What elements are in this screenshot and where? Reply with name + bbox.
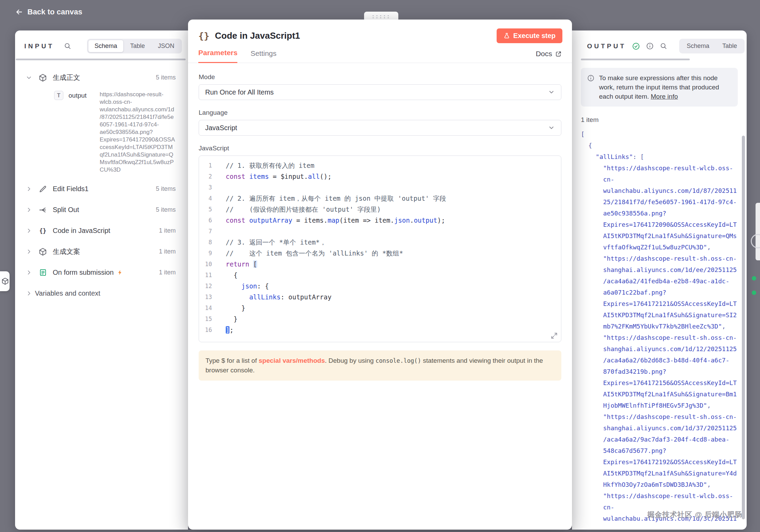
node-editor-tabs: Parameters Settings Docs <box>188 49 572 63</box>
parameters-body: Mode Run Once for All Items Language Jav… <box>188 63 572 381</box>
cube-icon <box>38 247 47 256</box>
input-node-label: Edit Fields1 <box>53 185 89 193</box>
cube-icon <box>38 73 47 82</box>
input-node-row[interactable]: On form submission1 item <box>26 262 176 283</box>
chevron-right-icon[interactable] <box>26 228 33 234</box>
line-number: 7 <box>199 226 217 237</box>
chevron-right-icon[interactable] <box>26 207 33 213</box>
execute-step-label: Execute step <box>513 32 556 40</box>
schema-field-row[interactable]: Toutputhttps://dashscope-result-wlcb.oss… <box>26 88 176 178</box>
chevron-right-icon[interactable] <box>26 290 33 296</box>
input-horizontal-scrollbar[interactable] <box>16 59 186 60</box>
code-token: all <box>308 173 320 180</box>
output-info-callout: To make sure expressions after this node… <box>581 68 738 107</box>
code-line: ]; <box>226 324 561 335</box>
info-icon <box>587 74 595 101</box>
code-token: = $input. <box>269 173 308 180</box>
tab-settings[interactable]: Settings <box>250 49 276 63</box>
mode-select[interactable]: Run Once for All Items <box>199 84 561 100</box>
info-icon[interactable] <box>646 42 654 50</box>
json-array-open: : [ <box>633 153 644 160</box>
tab-parameters[interactable]: Parameters <box>198 49 237 63</box>
code-node-icon: {} <box>198 30 210 41</box>
tab-input-schema[interactable]: Schema <box>88 40 124 52</box>
docs-link[interactable]: Docs <box>536 50 562 63</box>
split-icon <box>38 206 47 214</box>
line-number: 13 <box>199 292 217 302</box>
braces-icon: {} <box>38 226 47 235</box>
code-token: [ <box>253 260 257 268</box>
code-token: } <box>226 315 237 323</box>
input-node-label: 生成文案 <box>53 247 80 256</box>
input-node-row[interactable]: Edit Fields15 items <box>26 178 176 199</box>
input-node-row[interactable]: 生成文案1 item <box>26 241 176 262</box>
drag-dots-icon <box>371 15 391 19</box>
flask-icon <box>503 33 510 39</box>
back-arrow-icon <box>15 8 23 16</box>
code-token: outputArray <box>249 216 292 224</box>
output-vertical-scrollbar[interactable] <box>742 136 745 519</box>
tab-output-table[interactable]: Table <box>716 40 744 52</box>
input-node-row[interactable]: 生成正文5 items <box>26 67 176 88</box>
code-editor[interactable]: 12345678910111213141516 // 1. 获取所有传入的 it… <box>199 156 561 342</box>
code-line: } <box>226 313 561 324</box>
callout-text: To make sure expressions after this node… <box>599 73 732 101</box>
chevron-down-icon[interactable] <box>26 75 33 81</box>
tab-output-schema[interactable]: Schema <box>680 40 716 52</box>
output-horizontal-scrollbar[interactable] <box>581 59 690 60</box>
chevron-down-icon <box>548 89 555 96</box>
more-info-link[interactable]: More info <box>651 93 678 100</box>
input-node-row[interactable]: Split Out5 items <box>26 199 176 220</box>
code-line: // 1. 获取所有传入的 item <box>226 160 561 171</box>
chevron-down-icon <box>548 124 555 131</box>
field-value: https://dashscope-result-wlcb.oss-cn-wul… <box>100 91 176 174</box>
chevron-right-icon[interactable] <box>26 270 33 275</box>
line-number: 11 <box>199 270 217 281</box>
json-string-value: "https://dashscope-result-sh.oss-cn-shan… <box>603 413 737 488</box>
code-area: // 1. 获取所有传入的 itemconst items = $input.a… <box>217 156 561 335</box>
search-icon[interactable] <box>64 42 72 50</box>
expand-editor-icon[interactable] <box>551 332 558 339</box>
code-line: return [ <box>226 259 561 270</box>
input-panel: INPUT Schema Table JSON 生成正文5 itemsToutp… <box>15 30 188 530</box>
chevron-right-icon[interactable] <box>26 186 33 192</box>
back-to-canvas-link[interactable]: Back to canvas <box>15 8 82 16</box>
tab-input-table[interactable]: Table <box>124 40 151 52</box>
editor-hint: Type $ for a list of special vars/method… <box>199 350 561 381</box>
json-comma: , <box>722 323 726 330</box>
code-line <box>226 182 561 193</box>
language-label: Language <box>199 109 561 116</box>
item-count: 1 item <box>159 269 176 276</box>
node-editor-modal: {} Code in JavaScript1 Execute step Para… <box>188 20 572 530</box>
output-panel-header: OUTPUT Schema Table <box>572 30 747 58</box>
canvas-green-dot <box>752 290 756 295</box>
language-select[interactable]: JavaScript <box>199 120 561 136</box>
line-number: 8 <box>199 237 217 248</box>
execute-step-button[interactable]: Execute step <box>497 28 562 43</box>
json-string-value: "https://dashscope-result-wlcb.oss-cn-wu… <box>603 164 737 251</box>
search-icon[interactable] <box>660 42 668 50</box>
tab-input-json[interactable]: JSON <box>151 40 181 52</box>
json-string: "https://dashscope-result-sh.oss-cn-shan… <box>603 253 738 332</box>
input-node-label: 生成正文 <box>53 73 80 82</box>
code-token: allLinks <box>249 293 281 301</box>
line-number: 5 <box>199 204 217 215</box>
chevron-right-icon[interactable] <box>26 249 33 255</box>
code-token <box>249 260 253 268</box>
line-number: 1 <box>199 160 217 171</box>
json-line: "allLinks": [ <box>596 151 738 162</box>
code-token: const <box>226 216 245 224</box>
code-line: // 这个 item 包含一个名为 'allLinks' 的 *数组* <box>226 248 561 259</box>
input-panel-title: INPUT <box>24 42 54 50</box>
json-line: [ <box>581 128 738 140</box>
item-count: 5 items <box>156 185 176 193</box>
code-line: json: { <box>226 281 561 292</box>
code-token <box>226 293 249 301</box>
code-line: // (假设你的图片链接都在 'output' 字段里) <box>226 204 561 215</box>
json-comma: , <box>707 481 711 488</box>
code-token: : outputArray <box>281 293 332 301</box>
input-node-row[interactable]: Variables and context <box>26 283 176 304</box>
special-vars-link[interactable]: special vars/methods <box>259 357 325 364</box>
code-token: // (假设你的图片链接都在 'output' 字段里) <box>226 206 381 213</box>
input-node-row[interactable]: {}Code in JavaScript1 item <box>26 220 176 241</box>
